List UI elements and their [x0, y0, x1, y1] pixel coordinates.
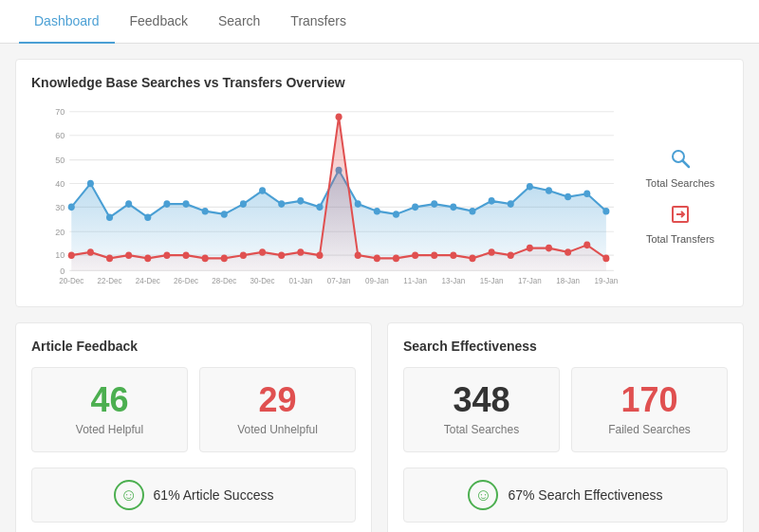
svg-point-68	[508, 251, 514, 259]
app-container: Dashboard Feedback Search Transfers Know…	[0, 0, 759, 532]
total-searches-label: Total Searches	[416, 423, 547, 436]
svg-point-16	[68, 204, 75, 211]
svg-point-58	[316, 251, 323, 259]
svg-point-72	[583, 242, 590, 249]
svg-point-69	[527, 245, 533, 252]
svg-text:20-Dec: 20-Dec	[59, 276, 83, 285]
voted-helpful-label: Voted Helpful	[44, 423, 176, 436]
chart-title: Knowledge Base Searches vs Transfers Ove…	[31, 75, 728, 90]
svg-text:40: 40	[55, 177, 65, 188]
chart-legend: Total Searches Total Transfers	[623, 101, 728, 291]
svg-point-43	[583, 191, 590, 198]
legend-total-transfers: Total Transfers	[633, 204, 728, 245]
article-smiley-icon: ☺	[114, 480, 144, 510]
svg-text:17-Jan: 17-Jan	[518, 276, 542, 285]
total-searches-box: 348 Total Searches	[403, 367, 560, 452]
chart-svg: 70 60 50 40 30 20 10 0	[31, 101, 623, 291]
svg-point-42	[565, 193, 571, 201]
svg-point-53	[221, 255, 228, 263]
search-success-text: 67% Search Effectiveness	[508, 487, 662, 503]
svg-point-67	[489, 248, 495, 256]
main-content: Knowledge Base Searches vs Transfers Ove…	[0, 44, 759, 532]
legend-searches-label: Total Searches	[646, 177, 715, 189]
article-feedback-title: Article Feedback	[31, 339, 356, 354]
search-success-bar: ☺ 67% Search Effectiveness	[403, 468, 728, 523]
svg-point-29	[316, 204, 323, 211]
tab-search[interactable]: Search	[203, 0, 275, 44]
svg-point-24	[221, 211, 228, 218]
svg-point-19	[125, 200, 132, 208]
svg-point-33	[393, 211, 399, 218]
svg-text:10: 10	[55, 249, 65, 260]
chart-area: 70 60 50 40 30 20 10 0	[31, 101, 623, 291]
svg-text:30: 30	[55, 201, 65, 211]
chart-container: 70 60 50 40 30 20 10 0	[31, 101, 728, 291]
svg-point-32	[374, 208, 380, 215]
tab-transfers[interactable]: Transfers	[275, 0, 361, 44]
article-success-bar: ☺ 61% Article Success	[31, 468, 356, 523]
svg-text:70: 70	[55, 106, 65, 117]
svg-point-44	[602, 208, 609, 215]
legend-transfers-label: Total Transfers	[646, 233, 714, 245]
svg-point-73	[602, 255, 609, 263]
svg-text:0: 0	[60, 265, 65, 275]
chart-card: Knowledge Base Searches vs Transfers Ove…	[15, 59, 744, 307]
svg-text:26-Dec: 26-Dec	[174, 276, 198, 285]
svg-point-31	[355, 200, 361, 208]
svg-point-60	[355, 251, 361, 259]
svg-point-61	[374, 255, 380, 263]
svg-point-39	[508, 200, 514, 208]
svg-text:09-Jan: 09-Jan	[365, 276, 389, 285]
svg-text:30-Dec: 30-Dec	[250, 276, 275, 285]
svg-point-23	[202, 208, 209, 215]
article-feedback-card: Article Feedback 46 Voted Helpful 29 Vot…	[15, 322, 372, 532]
svg-text:24-Dec: 24-Dec	[136, 276, 160, 285]
transfer-icon	[670, 204, 691, 229]
svg-point-54	[240, 251, 247, 259]
svg-point-17	[87, 180, 94, 188]
svg-point-52	[202, 255, 209, 263]
svg-point-18	[106, 213, 113, 221]
svg-point-26	[259, 187, 266, 194]
svg-text:20: 20	[55, 226, 65, 236]
svg-point-63	[412, 251, 418, 259]
total-searches-number: 348	[416, 383, 547, 417]
svg-point-36	[450, 204, 456, 211]
failed-searches-number: 170	[583, 383, 715, 417]
svg-text:15-Jan: 15-Jan	[480, 276, 504, 285]
tab-feedback[interactable]: Feedback	[115, 0, 203, 44]
search-effectiveness-title: Search Effectiveness	[403, 339, 728, 354]
svg-text:07-Jan: 07-Jan	[327, 276, 351, 285]
legend-total-searches: Total Searches	[633, 148, 728, 189]
svg-point-35	[431, 200, 437, 208]
failed-searches-label: Failed Searches	[583, 423, 715, 436]
svg-point-45	[68, 251, 75, 259]
svg-text:19-Jan: 19-Jan	[595, 276, 619, 285]
tab-dashboard[interactable]: Dashboard	[19, 0, 115, 44]
svg-point-28	[297, 197, 304, 205]
svg-text:60: 60	[55, 130, 65, 140]
svg-text:13-Jan: 13-Jan	[442, 276, 466, 285]
svg-point-62	[393, 255, 399, 263]
svg-point-40	[527, 183, 533, 191]
svg-point-38	[489, 197, 495, 205]
search-smiley-icon: ☺	[468, 480, 498, 510]
svg-point-41	[546, 187, 552, 194]
voted-helpful-box: 46 Voted Helpful	[31, 367, 188, 452]
svg-point-20	[144, 213, 151, 221]
svg-point-64	[431, 251, 437, 259]
svg-point-65	[450, 251, 456, 259]
failed-searches-box: 170 Failed Searches	[571, 367, 728, 452]
bottom-cards-row: Article Feedback 46 Voted Helpful 29 Vot…	[15, 322, 744, 532]
svg-point-55	[259, 248, 266, 256]
tabs-bar: Dashboard Feedback Search Transfers	[0, 0, 759, 44]
svg-point-56	[278, 251, 285, 259]
svg-point-57	[297, 248, 304, 256]
svg-point-49	[144, 255, 151, 263]
svg-point-59	[336, 113, 342, 120]
voted-unhelpful-label: Voted Unhelpful	[212, 423, 343, 436]
svg-point-37	[469, 208, 475, 215]
voted-unhelpful-box: 29 Voted Unhelpful	[199, 367, 356, 452]
voted-unhelpful-number: 29	[212, 383, 343, 417]
svg-text:28-Dec: 28-Dec	[212, 276, 236, 285]
